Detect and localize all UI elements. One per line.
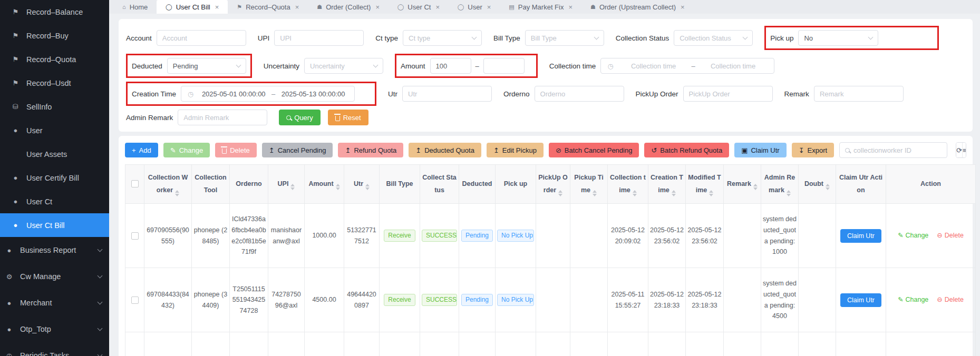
table-header-row: Collection Worker CollectionTool Orderno…: [125, 165, 976, 204]
change-button[interactable]: ✎Change: [163, 143, 210, 157]
sort-icon[interactable]: [672, 190, 676, 196]
ct-type-select[interactable]: Ct type: [403, 30, 482, 46]
tab-user-ct-bill[interactable]: ◯User Ct Bill×: [157, 0, 228, 14]
sidebar-item-record-buy[interactable]: ⚑Record–Buy: [0, 24, 109, 47]
sidebar-item-record-balance[interactable]: ⚑Record–Balance: [0, 0, 109, 24]
deducted-quota-button[interactable]: ↥Deducted Quota: [409, 143, 481, 157]
sidebar-item-user[interactable]: ●User: [0, 118, 109, 142]
account-input[interactable]: [157, 30, 246, 46]
home-icon: ⌂: [122, 4, 126, 10]
filter-deducted: Deducted Pending: [132, 58, 246, 74]
remark-label: Remark: [784, 90, 809, 98]
sidebar-item-user-assets[interactable]: User Assets: [0, 142, 109, 166]
tab-record-quota[interactable]: ⚑Record–Quota×: [228, 0, 308, 14]
sidebar-item-sellinfo[interactable]: ⛁SellInfo: [0, 95, 109, 118]
pickup-order-input[interactable]: [683, 86, 773, 102]
amount-to-input[interactable]: [483, 58, 525, 74]
close-icon[interactable]: ×: [375, 3, 380, 11]
orderno-input[interactable]: [535, 86, 624, 102]
change-link[interactable]: ✎Change: [898, 232, 928, 239]
tab-user[interactable]: ◯User×: [449, 0, 500, 14]
tab-order-upstream-collect[interactable]: ☗Order (Upstream Collect)×: [581, 0, 694, 14]
tab-home[interactable]: ⌂Home: [113, 0, 157, 14]
collection-status-select[interactable]: Collection Status: [674, 30, 753, 46]
close-icon[interactable]: ×: [295, 3, 299, 11]
sidebar-item-business-report[interactable]: ●Business Report: [0, 237, 109, 263]
change-link[interactable]: ✎Change: [898, 296, 928, 303]
remark-input[interactable]: [814, 86, 904, 102]
claim-utr-button[interactable]: Claim Utr: [840, 293, 881, 307]
tab-order-collect[interactable]: ☗Order (Collect)×: [308, 0, 389, 14]
sidebar-item-user-ct-bill[interactable]: ●User Ct Bill: [0, 213, 109, 237]
sort-icon[interactable]: [558, 190, 562, 196]
creation-time-range[interactable]: ◷ 2025-05-01 00:00:00 – 2025-05-13 00:00…: [181, 86, 355, 102]
refund-quota-button[interactable]: ↥Refund Quota: [338, 143, 403, 157]
delete-link[interactable]: ⊖Delete: [937, 232, 964, 239]
amount-from-input[interactable]: [430, 58, 471, 74]
delete-button[interactable]: Delete: [215, 143, 257, 157]
row-checkbox[interactable]: [131, 296, 139, 304]
close-icon[interactable]: ×: [215, 3, 219, 11]
sort-icon[interactable]: [336, 184, 340, 190]
delete-link[interactable]: ⊖Delete: [937, 296, 964, 303]
sort-icon[interactable]: [365, 184, 370, 190]
add-button[interactable]: +Add: [125, 143, 158, 157]
clock-icon: ◷: [188, 90, 193, 98]
filter-uncertainty: Uncertainty Uncertainty: [264, 58, 383, 74]
sidebar-item-record-usdt[interactable]: ⚑Record–Usdt: [0, 71, 109, 95]
col-amount: Amount: [305, 165, 344, 204]
table-row: 697090556(90555) phonepe (28485) ICld473…: [125, 204, 976, 268]
upload-icon: ↥: [269, 146, 275, 154]
sidebar-item-cw-manage[interactable]: ⚙Cw Manage: [0, 263, 109, 290]
tab-user-ct[interactable]: ◯User Ct×: [389, 0, 449, 14]
claim-utr-button[interactable]: Claim Utr: [840, 229, 881, 243]
close-icon[interactable]: ×: [487, 3, 491, 11]
sort-icon[interactable]: [633, 190, 637, 196]
close-icon[interactable]: ×: [435, 3, 440, 11]
uncertainty-select[interactable]: Uncertainty: [304, 58, 383, 74]
sort-icon[interactable]: [753, 184, 758, 190]
sort-icon[interactable]: [175, 190, 179, 196]
ct-type-label: Ct type: [375, 34, 398, 42]
edit-pickup-button[interactable]: ↥Edit Pickup: [487, 143, 544, 157]
sidebar-item-merchant[interactable]: ●Merchant: [0, 290, 109, 316]
claim-utr-toolbar-button[interactable]: ▣Claim Utr: [734, 143, 786, 157]
sort-icon[interactable]: [787, 190, 791, 196]
sort-icon[interactable]: [826, 184, 830, 190]
upi-input[interactable]: [274, 30, 364, 46]
admin-remark-label: Admin Remark: [126, 114, 173, 122]
bill-type-select[interactable]: Bill Type: [525, 30, 604, 46]
batch-cancel-pending-button[interactable]: ⊘Batch Cancel Pending: [549, 143, 639, 157]
row-checkbox[interactable]: [131, 232, 139, 240]
sort-icon[interactable]: [290, 184, 295, 190]
batch-refund-quota-button[interactable]: ↺Batch Refund Quota: [644, 143, 729, 157]
collection-time-range[interactable]: ◷ Collection time – Collection time: [600, 58, 774, 74]
tab-pay-market-fix[interactable]: ▤Pay Market Fix×: [500, 0, 581, 14]
sidebar-item-user-certify-bill[interactable]: ●User Certify Bill: [0, 166, 109, 190]
sort-icon[interactable]: [593, 190, 597, 196]
cancel-pending-button[interactable]: ↥Cancel Pending: [262, 143, 333, 157]
reset-button[interactable]: Reset: [328, 110, 368, 125]
refresh-button[interactable]: ⟳: [956, 143, 962, 157]
circle-icon: ●: [11, 197, 20, 205]
circle-outline-icon: ◯: [166, 4, 172, 11]
sidebar-item-user-ct[interactable]: ●User Ct: [0, 190, 109, 213]
sort-icon[interactable]: [709, 190, 713, 196]
density-button[interactable]: ≡: [962, 143, 966, 157]
collectionworker-search-input[interactable]: [853, 146, 942, 154]
sidebar-item-otp-totp[interactable]: ●Otp_Totp: [0, 316, 109, 342]
bookmark-icon: ⚑: [11, 79, 20, 87]
utr-input[interactable]: [402, 86, 492, 102]
filter-bill-type: Bill Type Bill Type: [493, 30, 604, 46]
close-icon[interactable]: ×: [568, 3, 573, 11]
deducted-select[interactable]: Pending: [167, 58, 246, 74]
sidebar-item-periodic-tasks[interactable]: ◷Periodic Tasks: [0, 342, 109, 356]
trash-icon: [335, 116, 340, 121]
pick-up-select[interactable]: No: [798, 30, 878, 46]
export-button[interactable]: ↧Export: [792, 143, 834, 157]
close-icon[interactable]: ×: [681, 3, 685, 11]
select-all-checkbox[interactable]: [131, 180, 139, 187]
admin-remark-input[interactable]: [178, 110, 267, 125]
sidebar-item-record-quota[interactable]: ⚑Record–Quota: [0, 47, 109, 71]
query-button[interactable]: Query: [279, 110, 320, 125]
